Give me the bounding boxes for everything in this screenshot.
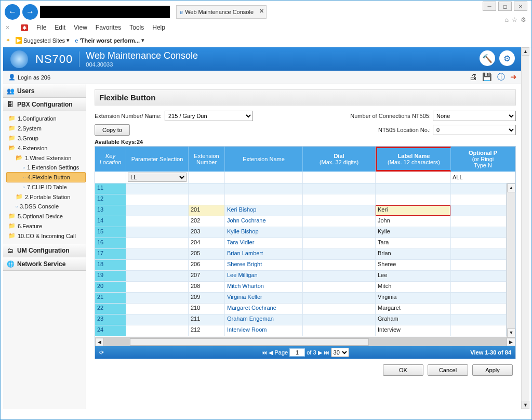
menu-file[interactable]: File (36, 24, 46, 31)
col-extnum[interactable]: Extension Number (189, 147, 225, 172)
cell-dial[interactable] (303, 249, 376, 260)
cell-label[interactable]: Margaret (376, 304, 451, 314)
sidebar-section-users[interactable]: 👥Users (3, 84, 86, 98)
col-extname[interactable]: Extension Name (225, 147, 303, 172)
cell-key[interactable]: 12 (95, 194, 126, 205)
cell-extnum[interactable]: 208 (189, 282, 225, 293)
cell-label[interactable]: Sheree (376, 260, 451, 271)
cell-opt[interactable] (451, 216, 507, 227)
tree-configuration[interactable]: 📁1.Configuration (6, 113, 86, 123)
logout-button[interactable]: ➜ (510, 72, 517, 82)
cell-param[interactable] (126, 216, 189, 227)
cell-param[interactable] (126, 304, 189, 314)
table-row[interactable]: 22210Margaret CochraneMargaret (95, 304, 507, 314)
table-row[interactable]: 12 (95, 194, 507, 205)
cell-extname[interactable]: Graham Engeman (225, 314, 303, 325)
filter-label[interactable] (376, 172, 451, 183)
tree-extension[interactable]: 📂4.Extension (6, 143, 86, 153)
cell-opt[interactable] (451, 304, 507, 314)
cell-label[interactable]: Interview (376, 325, 451, 336)
cell-param[interactable] (126, 183, 189, 194)
cell-extname[interactable]: Keri Bishop (225, 205, 303, 216)
forward-button[interactable]: → (22, 4, 38, 20)
lastpass-icon[interactable]: ✱ (21, 24, 28, 31)
cell-opt[interactable] (451, 238, 507, 249)
cell-label[interactable]: Tara (376, 238, 451, 249)
scroll-left-icon[interactable]: ◀ (95, 338, 104, 346)
cell-dial[interactable] (303, 194, 376, 205)
table-row[interactable]: 11 (95, 183, 507, 194)
tree-portable-station[interactable]: 📁2.Portable Station (6, 192, 86, 202)
cell-extnum[interactable]: 204 (189, 238, 225, 249)
menu-tools[interactable]: Tools (129, 24, 144, 31)
tree-co-incoming[interactable]: 📁10.CO & Incoming Call (6, 231, 86, 241)
save-button[interactable]: 💾 (482, 72, 492, 82)
menu-help[interactable]: Help (152, 24, 165, 31)
add-favorite-button[interactable]: ✦ (6, 37, 10, 44)
cell-opt[interactable] (451, 260, 507, 271)
news-link[interactable]: e 'Their worst perform... ▾ (75, 37, 144, 44)
cell-label[interactable] (376, 194, 451, 205)
cell-key[interactable]: 21 (95, 293, 126, 304)
cell-key[interactable]: 13 (95, 205, 126, 216)
cell-dial[interactable] (303, 271, 376, 282)
cell-key[interactable]: 18 (95, 260, 126, 271)
cell-extnum[interactable]: 210 (189, 304, 225, 314)
cell-extname[interactable]: Sheree Bright (225, 260, 303, 271)
table-row[interactable]: 14202John CochraneJohn (95, 216, 507, 227)
filter-opt[interactable]: ALL (451, 172, 515, 183)
scroll-up-icon[interactable]: ▲ (507, 183, 515, 192)
cell-opt[interactable] (451, 271, 507, 282)
cell-opt[interactable] (451, 325, 507, 336)
cell-extname[interactable]: Brian Lambert (225, 249, 303, 260)
pager-first[interactable]: ⏮ (261, 349, 267, 356)
cell-key[interactable]: 23 (95, 314, 126, 325)
location-select[interactable]: 0 (433, 125, 516, 135)
cell-dial[interactable] (303, 238, 376, 249)
cell-param[interactable] (126, 249, 189, 260)
maximize-button[interactable]: ◻ (498, 2, 512, 11)
cell-key[interactable]: 20 (95, 282, 126, 293)
cell-key[interactable]: 15 (95, 227, 126, 238)
settings-button[interactable]: ⚙ (499, 50, 515, 66)
cell-extnum[interactable]: 206 (189, 260, 225, 271)
tools-gear-icon[interactable]: ⚙ (521, 16, 526, 23)
cell-extname[interactable]: Mitch Wharton (225, 282, 303, 293)
table-row[interactable]: 24212Interview RoomInterview (95, 325, 507, 336)
cell-param[interactable] (126, 194, 189, 205)
table-row[interactable]: 21209Virginia KellerVirginia (95, 293, 507, 304)
cell-dial[interactable] (303, 325, 376, 336)
pager-next[interactable]: ▶ (318, 349, 322, 356)
page-size-select[interactable]: 30 (331, 348, 349, 357)
menu-edit[interactable]: Edit (55, 24, 65, 31)
horizontal-scrollbar[interactable]: ◀ ▶ (95, 337, 515, 346)
cell-extname[interactable]: John Cochrane (225, 216, 303, 227)
scroll-right-icon[interactable]: ▶ (507, 338, 515, 346)
cell-extname[interactable]: Interview Room (225, 325, 303, 336)
cell-opt[interactable] (451, 293, 507, 304)
cell-extnum[interactable] (189, 194, 225, 205)
col-dial[interactable]: Dial(Max. 32 digits) (303, 147, 376, 172)
scroll-down-icon[interactable]: ▼ (507, 329, 515, 337)
table-row[interactable]: 15203Kylie BishopKylie (95, 227, 507, 238)
page-scrollbar[interactable]: ▲ ▼ (521, 47, 529, 409)
tree-optional-device[interactable]: 📁5.Optional Device (6, 211, 86, 221)
cell-label[interactable] (376, 183, 451, 194)
filter-param[interactable]: LL (126, 172, 189, 183)
cell-label[interactable]: Mitch (376, 282, 451, 293)
vertical-scrollbar[interactable]: ▲ ▼ (507, 183, 515, 337)
extension-select[interactable]: 215 / Gary Dun (165, 111, 253, 121)
cell-extnum[interactable]: 211 (189, 314, 225, 325)
ok-button[interactable]: OK (383, 364, 423, 376)
cell-param[interactable] (126, 325, 189, 336)
scroll-thumb[interactable] (130, 338, 369, 346)
cell-opt[interactable] (451, 227, 507, 238)
menu-view[interactable]: View (74, 24, 87, 31)
home-icon[interactable]: ⌂ (505, 16, 509, 23)
page-input[interactable] (289, 348, 305, 357)
menu-favorites[interactable]: Favorites (96, 24, 121, 31)
tree-group[interactable]: 📁3.Group (6, 133, 86, 143)
info-button[interactable]: ⓘ (497, 72, 505, 82)
cell-label[interactable]: Brian (376, 249, 451, 260)
connections-select[interactable]: None (433, 111, 516, 121)
